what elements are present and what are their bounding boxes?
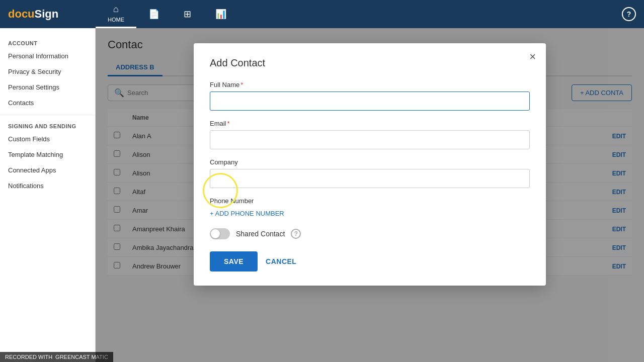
logo: docuSign [0,0,96,28]
modal-title: Add Contact [210,57,530,69]
nav-item-chart[interactable]: 📊 [203,0,238,28]
sidebar-item-contacts[interactable]: Contacts [0,95,95,111]
add-phone-button[interactable]: + ADD PHONE NUMBER [210,208,284,219]
email-input[interactable] [210,130,530,149]
phone-label: Phone Number [210,197,530,205]
sidebar-sending-section: SIGNING AND SENDING [0,119,95,131]
cancel-button[interactable]: CANCEL [266,257,296,265]
main-layout: ACCOUNT Personal Information Privacy & S… [0,28,644,362]
toggle-knob [211,229,220,238]
sidebar: ACCOUNT Personal Information Privacy & S… [0,28,96,362]
sidebar-item-notifications[interactable]: Notifications [0,178,95,194]
shared-contact-label: Shared Contact [236,230,285,238]
chart-icon: 📊 [215,9,226,20]
documents-icon: 📄 [148,9,159,20]
full-name-input[interactable] [210,92,530,111]
add-contact-modal: Add Contact × Full Name* Email* Company [194,43,546,286]
full-name-group: Full Name* [210,81,530,111]
company-label: Company [210,158,530,166]
save-button[interactable]: SAVE [210,251,258,272]
content-area: Contac ADDRESS B 🔍 + ADD CONTA Name Emai… [96,28,644,362]
top-navigation: docuSign ⌂ HOME 📄 ⊞ 📊 ? [0,0,644,28]
sidebar-item-connected-apps[interactable]: Connected Apps [0,162,95,178]
nav-right: ? [622,7,644,21]
shared-contact-row: Shared Contact ? [210,228,530,239]
help-icon[interactable]: ? [622,7,636,21]
nav-item-documents[interactable]: 📄 [136,0,172,28]
sidebar-item-personal-info[interactable]: Personal Information [0,48,95,64]
full-name-label: Full Name* [210,81,530,88]
sidebar-item-custom-fields[interactable]: Custom Fields [0,131,95,147]
grid-icon: ⊞ [184,9,191,20]
phone-group: Phone Number + ADD PHONE NUMBER [210,197,530,219]
nav-item-grid[interactable]: ⊞ [172,0,203,28]
modal-close-button[interactable]: × [529,51,536,62]
home-icon: ⌂ [113,4,119,15]
modal-overlay: Add Contact × Full Name* Email* Company [96,28,644,362]
sidebar-item-template-matching[interactable]: Template Matching [0,147,95,162]
nav-item-home[interactable]: ⌂ HOME [96,0,136,28]
company-group: Company [210,158,530,188]
shared-contact-help-icon[interactable]: ? [291,229,301,239]
sidebar-account-section: ACCOUNT [0,36,95,48]
email-label: Email* [210,120,530,127]
nav-items: ⌂ HOME 📄 ⊞ 📊 [96,0,622,28]
sidebar-item-privacy[interactable]: Privacy & Security [0,64,95,79]
shared-contact-toggle[interactable] [210,228,230,239]
modal-actions: SAVE CANCEL [210,251,530,272]
company-input[interactable] [210,169,530,188]
email-group: Email* [210,120,530,149]
sidebar-item-personal-settings[interactable]: Personal Settings [0,79,95,95]
watermark-text: RECORDED WITH [5,354,52,360]
